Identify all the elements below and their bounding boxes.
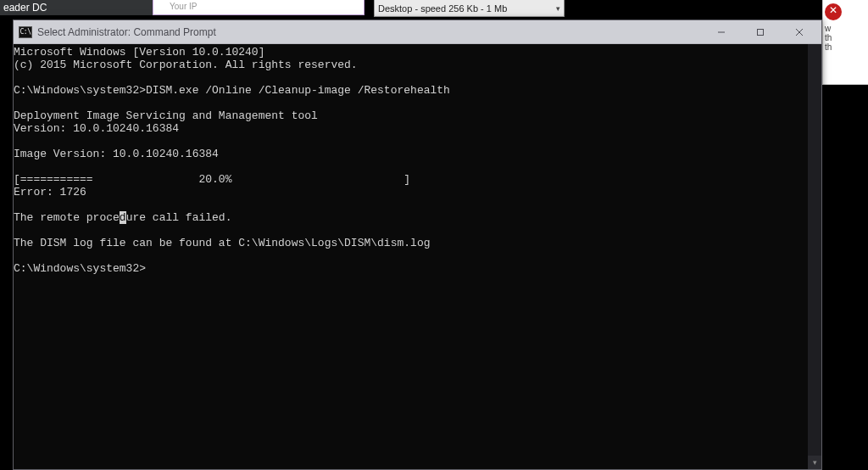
maximize-icon [756, 28, 765, 36]
right-text-1: w [825, 24, 866, 33]
background-right-panel: w th th [822, 0, 868, 85]
right-text-3: th [825, 42, 866, 52]
window-title: Select Administrator: Command Prompt [37, 26, 216, 38]
terminal-output: Microsoft Windows [Version 10.0.10240] (… [14, 44, 808, 275]
background-app-titlebar: eader DC [0, 0, 153, 15]
line: [=========== 20.0% ] [14, 173, 410, 186]
line: C:\Windows\system32>DISM.exe /Online /Cl… [14, 84, 450, 97]
line: Image Version: 10.0.10240.16384 [14, 148, 219, 160]
line: C:\Windows\system32> [14, 262, 146, 275]
minimize-button[interactable] [704, 23, 738, 42]
background-app-title: eader DC [3, 2, 47, 14]
line: (c) 2015 Microsoft Corporation. All righ… [14, 59, 358, 71]
right-text-2: th [825, 33, 866, 42]
minimize-icon [717, 28, 726, 36]
line: Error: 1726 [14, 186, 86, 199]
error-circle-icon [825, 3, 842, 20]
text-cursor: d [120, 211, 126, 224]
vertical-scrollbar[interactable]: ▾ [808, 44, 821, 469]
cmd-app-icon: C:\ [19, 26, 32, 38]
terminal-text-area[interactable]: Microsoft Windows [Version 10.0.10240] (… [14, 44, 808, 469]
speed-dropdown-value: Desktop - speed 256 Kb - 1 Mb [378, 3, 507, 14]
line-part: The remote proce [14, 211, 120, 224]
terminal-body[interactable]: Microsoft Windows [Version 10.0.10240] (… [14, 44, 821, 469]
close-icon [795, 28, 804, 36]
line: The DISM log file can be found at C:\Win… [14, 237, 430, 249]
scroll-down-button[interactable]: ▾ [808, 456, 821, 469]
command-prompt-window: C:\ Select Administrator: Command Prompt… [13, 20, 822, 470]
maximize-button[interactable] [743, 23, 777, 42]
background-dark-strip [565, 0, 822, 20]
background-panel-label: Your IP [170, 2, 197, 11]
speed-dropdown[interactable]: Desktop - speed 256 Kb - 1 Mb ▾ [374, 0, 565, 17]
window-titlebar[interactable]: C:\ Select Administrator: Command Prompt [14, 20, 821, 44]
line-part: ure call failed. [126, 211, 232, 224]
svg-rect-1 [758, 29, 764, 35]
line: Microsoft Windows [Version 10.0.10240] [14, 46, 264, 59]
close-button[interactable] [782, 23, 816, 42]
chevron-down-icon: ▾ [556, 4, 560, 13]
line: Deployment Image Servicing and Managemen… [14, 109, 318, 122]
cmd-app-icon-text: C:\ [20, 28, 31, 36]
line: Version: 10.0.10240.16384 [14, 122, 179, 135]
